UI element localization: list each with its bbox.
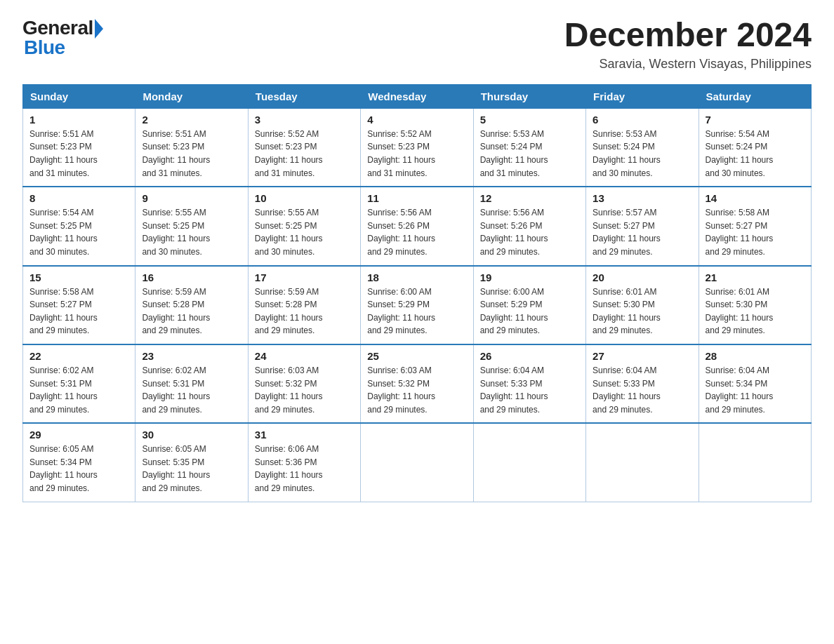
table-row: 29Sunrise: 6:05 AMSunset: 5:34 PMDayligh… xyxy=(23,423,135,502)
day-number: 26 xyxy=(480,350,579,362)
day-info: Sunrise: 6:05 AMSunset: 5:34 PMDaylight:… xyxy=(29,443,128,495)
table-row: 7Sunrise: 5:54 AMSunset: 5:24 PMDaylight… xyxy=(699,108,811,187)
logo-triangle-icon xyxy=(93,18,103,39)
day-number: 21 xyxy=(706,271,805,283)
table-row: 8Sunrise: 5:54 AMSunset: 5:25 PMDaylight… xyxy=(23,187,135,265)
day-number: 1 xyxy=(29,114,128,126)
table-row: 23Sunrise: 6:02 AMSunset: 5:31 PMDayligh… xyxy=(135,344,248,423)
table-row: 12Sunrise: 5:56 AMSunset: 5:26 PMDayligh… xyxy=(473,187,585,265)
logo: General Blue xyxy=(22,17,103,59)
table-row: 9Sunrise: 5:55 AMSunset: 5:25 PMDaylight… xyxy=(135,187,248,265)
table-row: 15Sunrise: 5:58 AMSunset: 5:27 PMDayligh… xyxy=(23,266,135,344)
day-info: Sunrise: 6:04 AMSunset: 5:33 PMDaylight:… xyxy=(480,364,579,416)
table-row: 28Sunrise: 6:04 AMSunset: 5:34 PMDayligh… xyxy=(699,344,811,423)
table-row: 31Sunrise: 6:06 AMSunset: 5:36 PMDayligh… xyxy=(248,423,360,502)
title-area: December 2024 Saravia, Western Visayas, … xyxy=(564,17,812,72)
calendar-week-row: 29Sunrise: 6:05 AMSunset: 5:34 PMDayligh… xyxy=(23,423,812,502)
header-tuesday: Tuesday xyxy=(248,84,360,108)
table-row: 24Sunrise: 6:03 AMSunset: 5:32 PMDayligh… xyxy=(248,344,360,423)
page: General Blue December 2024 Saravia, West… xyxy=(0,0,834,519)
day-info: Sunrise: 6:01 AMSunset: 5:30 PMDaylight:… xyxy=(706,286,805,337)
calendar-week-row: 15Sunrise: 5:58 AMSunset: 5:27 PMDayligh… xyxy=(23,266,812,344)
day-number: 20 xyxy=(593,271,691,283)
header-sunday: Sunday xyxy=(23,84,135,108)
table-row: 14Sunrise: 5:58 AMSunset: 5:27 PMDayligh… xyxy=(699,187,811,265)
header: General Blue December 2024 Saravia, West… xyxy=(22,17,812,72)
day-number: 7 xyxy=(706,114,805,126)
day-number: 22 xyxy=(29,350,128,362)
month-title: December 2024 xyxy=(564,17,812,54)
calendar-week-row: 22Sunrise: 6:02 AMSunset: 5:31 PMDayligh… xyxy=(23,344,812,423)
day-number: 10 xyxy=(255,192,354,204)
header-monday: Monday xyxy=(135,84,248,108)
day-number: 18 xyxy=(367,271,466,283)
day-number: 14 xyxy=(706,192,805,204)
day-number: 5 xyxy=(480,114,579,126)
table-row xyxy=(473,423,585,502)
day-number: 30 xyxy=(142,429,241,441)
day-info: Sunrise: 6:01 AMSunset: 5:30 PMDaylight:… xyxy=(593,286,691,337)
day-number: 15 xyxy=(29,271,128,283)
header-friday: Friday xyxy=(586,84,699,108)
day-number: 27 xyxy=(593,350,691,362)
table-row: 21Sunrise: 6:01 AMSunset: 5:30 PMDayligh… xyxy=(699,266,811,344)
day-number: 13 xyxy=(593,192,691,204)
table-row: 19Sunrise: 6:00 AMSunset: 5:29 PMDayligh… xyxy=(473,266,585,344)
day-info: Sunrise: 6:05 AMSunset: 5:35 PMDaylight:… xyxy=(142,443,241,495)
day-number: 16 xyxy=(142,271,241,283)
day-number: 24 xyxy=(255,350,354,362)
table-row: 17Sunrise: 5:59 AMSunset: 5:28 PMDayligh… xyxy=(248,266,360,344)
weekday-header-row: Sunday Monday Tuesday Wednesday Thursday… xyxy=(23,84,812,108)
day-info: Sunrise: 5:57 AMSunset: 5:27 PMDaylight:… xyxy=(593,206,691,258)
calendar-week-row: 1Sunrise: 5:51 AMSunset: 5:23 PMDaylight… xyxy=(23,108,812,187)
day-info: Sunrise: 5:56 AMSunset: 5:26 PMDaylight:… xyxy=(367,206,466,258)
logo-blue-text: Blue xyxy=(24,36,65,59)
calendar-week-row: 8Sunrise: 5:54 AMSunset: 5:25 PMDaylight… xyxy=(23,187,812,265)
day-info: Sunrise: 5:51 AMSunset: 5:23 PMDaylight:… xyxy=(29,128,128,180)
day-number: 2 xyxy=(142,114,241,126)
day-info: Sunrise: 5:52 AMSunset: 5:23 PMDaylight:… xyxy=(255,128,354,180)
day-number: 3 xyxy=(255,114,354,126)
table-row: 27Sunrise: 6:04 AMSunset: 5:33 PMDayligh… xyxy=(586,344,699,423)
table-row: 22Sunrise: 6:02 AMSunset: 5:31 PMDayligh… xyxy=(23,344,135,423)
day-info: Sunrise: 5:55 AMSunset: 5:25 PMDaylight:… xyxy=(255,206,354,258)
day-number: 4 xyxy=(367,114,466,126)
table-row: 6Sunrise: 5:53 AMSunset: 5:24 PMDaylight… xyxy=(586,108,699,187)
table-row: 3Sunrise: 5:52 AMSunset: 5:23 PMDaylight… xyxy=(248,108,360,187)
day-info: Sunrise: 6:03 AMSunset: 5:32 PMDaylight:… xyxy=(255,364,354,416)
day-number: 12 xyxy=(480,192,579,204)
table-row: 16Sunrise: 5:59 AMSunset: 5:28 PMDayligh… xyxy=(135,266,248,344)
table-row: 11Sunrise: 5:56 AMSunset: 5:26 PMDayligh… xyxy=(361,187,473,265)
header-thursday: Thursday xyxy=(473,84,585,108)
day-info: Sunrise: 5:56 AMSunset: 5:26 PMDaylight:… xyxy=(480,206,579,258)
table-row xyxy=(699,423,811,502)
day-info: Sunrise: 5:52 AMSunset: 5:23 PMDaylight:… xyxy=(367,128,466,180)
header-wednesday: Wednesday xyxy=(361,84,473,108)
table-row: 10Sunrise: 5:55 AMSunset: 5:25 PMDayligh… xyxy=(248,187,360,265)
day-info: Sunrise: 6:06 AMSunset: 5:36 PMDaylight:… xyxy=(255,443,354,495)
day-number: 25 xyxy=(367,350,466,362)
table-row: 25Sunrise: 6:03 AMSunset: 5:32 PMDayligh… xyxy=(361,344,473,423)
day-number: 9 xyxy=(142,192,241,204)
day-info: Sunrise: 5:55 AMSunset: 5:25 PMDaylight:… xyxy=(142,206,241,258)
day-info: Sunrise: 6:03 AMSunset: 5:32 PMDaylight:… xyxy=(367,364,466,416)
day-info: Sunrise: 5:53 AMSunset: 5:24 PMDaylight:… xyxy=(480,128,579,180)
table-row: 20Sunrise: 6:01 AMSunset: 5:30 PMDayligh… xyxy=(586,266,699,344)
table-row xyxy=(361,423,473,502)
table-row: 30Sunrise: 6:05 AMSunset: 5:35 PMDayligh… xyxy=(135,423,248,502)
day-number: 19 xyxy=(480,271,579,283)
day-number: 17 xyxy=(255,271,354,283)
table-row: 13Sunrise: 5:57 AMSunset: 5:27 PMDayligh… xyxy=(586,187,699,265)
day-info: Sunrise: 6:04 AMSunset: 5:34 PMDaylight:… xyxy=(706,364,805,416)
header-saturday: Saturday xyxy=(699,84,811,108)
calendar-table: Sunday Monday Tuesday Wednesday Thursday… xyxy=(22,84,812,502)
day-number: 29 xyxy=(29,429,128,441)
day-info: Sunrise: 5:59 AMSunset: 5:28 PMDaylight:… xyxy=(255,286,354,337)
day-number: 8 xyxy=(29,192,128,204)
day-number: 23 xyxy=(142,350,241,362)
day-info: Sunrise: 5:58 AMSunset: 5:27 PMDaylight:… xyxy=(706,206,805,258)
table-row: 1Sunrise: 5:51 AMSunset: 5:23 PMDaylight… xyxy=(23,108,135,187)
table-row: 18Sunrise: 6:00 AMSunset: 5:29 PMDayligh… xyxy=(361,266,473,344)
day-info: Sunrise: 6:00 AMSunset: 5:29 PMDaylight:… xyxy=(367,286,466,337)
day-info: Sunrise: 5:54 AMSunset: 5:24 PMDaylight:… xyxy=(706,128,805,180)
